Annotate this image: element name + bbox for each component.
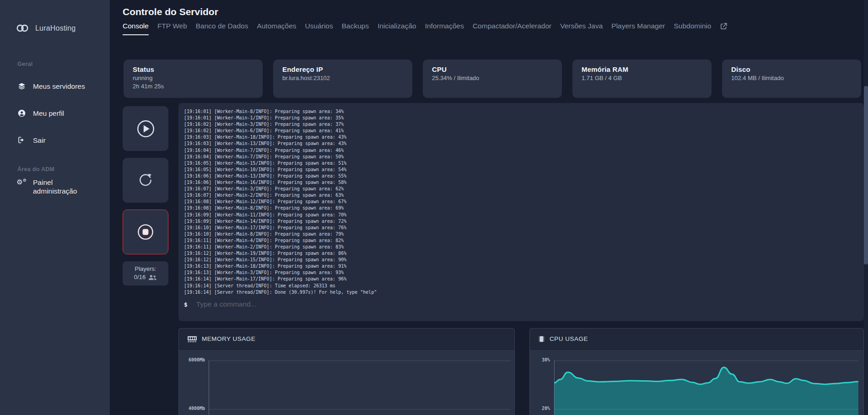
sidebar-nav: GeralMeus servidoresMeu perfilSairÁrea d… bbox=[17, 61, 100, 195]
tab-bar: ConsoleFTP WebBanco de DadosAutomaçõesUs… bbox=[123, 22, 728, 35]
stop-button[interactable] bbox=[123, 210, 168, 254]
sidebar-item-label: Meus servidores bbox=[33, 82, 85, 91]
cpu-usage-panel: CPU USAGE 30% 20% bbox=[529, 328, 864, 415]
start-button[interactable] bbox=[123, 106, 168, 151]
sidebar-item-label: Sair bbox=[33, 136, 46, 145]
memory-tick-6000: 6000Mb bbox=[184, 357, 205, 362]
tab-automacoes[interactable]: Automações bbox=[257, 22, 296, 34]
stat-card-disco: Disco102.4 MB / Ilimitado bbox=[722, 59, 861, 98]
cpu-tick-20: 20% bbox=[529, 406, 550, 411]
memory-y-axis bbox=[209, 361, 209, 415]
cpu-area-chart bbox=[554, 349, 858, 415]
sidebar-section-label: Área do ADM bbox=[17, 166, 100, 172]
stat-card-title: Endereço IP bbox=[282, 65, 403, 73]
stat-card-value: 102.4 MB / Ilimitado bbox=[731, 75, 852, 81]
user-icon bbox=[17, 109, 26, 117]
restart-button[interactable] bbox=[123, 158, 168, 203]
tab-backups[interactable]: Backups bbox=[342, 22, 369, 34]
players-badge: Players:0/16 bbox=[123, 261, 168, 286]
stat-card-value: 2h 41m 25s bbox=[133, 83, 253, 90]
stat-card-title: Disco bbox=[731, 65, 852, 73]
page-title: Controle do Servidor bbox=[123, 6, 218, 17]
tab-console[interactable]: Console bbox=[123, 22, 149, 35]
stat-card-status: Statusrunning2h 41m 25s bbox=[124, 59, 263, 98]
tab-compactador-acelerador[interactable]: Compactador/Acelerador bbox=[473, 22, 551, 34]
command-row: $ bbox=[184, 300, 825, 309]
sidebar-item-meu-perfil[interactable]: Meu perfil bbox=[17, 109, 100, 118]
infinity-logo-icon bbox=[16, 24, 29, 32]
stat-card-value: 25.34% / Ilimitado bbox=[432, 75, 553, 81]
sidebar-item-label: Painel administração bbox=[33, 178, 92, 195]
stat-card-memoria-ram: Memória RAM1.71 GB / 4 GB bbox=[572, 59, 712, 98]
stat-card-value: running bbox=[133, 75, 253, 81]
scrollbar-thumb[interactable] bbox=[864, 86, 868, 264]
sidebar-item-painel-administracao[interactable]: ⚙⚙Painel administração bbox=[17, 178, 100, 195]
tab-players-manager[interactable]: Players Manager bbox=[611, 22, 665, 34]
server-controls: Players:0/16 bbox=[123, 106, 168, 286]
tab-ftp-web[interactable]: FTP Web bbox=[157, 22, 187, 34]
cpu-gridline-bottom bbox=[554, 409, 858, 410]
tab-versoes-java[interactable]: Versões Java bbox=[560, 22, 603, 34]
tab-banco-de-dados[interactable]: Banco de Dados bbox=[196, 22, 248, 34]
stop-icon bbox=[136, 223, 155, 241]
console-log[interactable]: [19:16:01] [Worker-Main-8/INFO]: Prepari… bbox=[184, 108, 377, 296]
sidebar-section-label: Geral bbox=[17, 61, 100, 67]
tab-usuarios[interactable]: Usuários bbox=[305, 22, 333, 34]
gears-icon: ⚙⚙ bbox=[17, 178, 26, 185]
players-icon bbox=[148, 275, 157, 280]
console-panel: [19:16:01] [Worker-Main-8/INFO]: Prepari… bbox=[178, 103, 864, 321]
players-label: Players: bbox=[123, 265, 168, 273]
logout-icon bbox=[17, 136, 26, 144]
stat-card-cpu: CPU25.34% / Ilimitado bbox=[423, 59, 562, 98]
sidebar-item-sair[interactable]: Sair bbox=[17, 136, 100, 145]
cpu-usage-title: CPU USAGE bbox=[550, 335, 588, 342]
layers-icon bbox=[17, 82, 26, 90]
sidebar: LuraHosting GeralMeus servidoresMeu perf… bbox=[0, 0, 110, 415]
brand[interactable]: LuraHosting bbox=[16, 24, 75, 32]
restart-icon bbox=[137, 172, 154, 189]
cpu-y-axis bbox=[554, 361, 555, 415]
play-icon bbox=[136, 119, 155, 138]
tab-subdominio[interactable]: Subdominio bbox=[674, 22, 711, 34]
sidebar-item-meus-servidores[interactable]: Meus servidores bbox=[17, 82, 100, 91]
cpu-gridline-top bbox=[554, 361, 858, 361]
ram-icon bbox=[188, 336, 197, 342]
command-input[interactable] bbox=[195, 300, 472, 309]
cpu-icon bbox=[539, 335, 545, 343]
memory-usage-title: MEMORY USAGE bbox=[202, 335, 255, 342]
prompt-symbol: $ bbox=[184, 301, 188, 308]
sidebar-item-label: Meu perfil bbox=[33, 109, 64, 118]
memory-usage-panel: MEMORY USAGE 6000Mb 4000Mb bbox=[178, 328, 515, 415]
external-link-icon[interactable] bbox=[720, 22, 728, 30]
memory-gridline-top bbox=[209, 361, 511, 361]
tab-inicializacao[interactable]: Inicialização bbox=[377, 22, 416, 34]
memory-usage-header: MEMORY USAGE bbox=[179, 329, 514, 350]
players-count: 0/16 bbox=[123, 273, 168, 281]
stat-card-title: CPU bbox=[432, 65, 553, 73]
tab-informacoes[interactable]: Informações bbox=[425, 22, 464, 34]
stat-card-endereco-ip: Endereço IPbr.lura.host:23102 bbox=[273, 59, 412, 98]
stat-card-value: 1.71 GB / 4 GB bbox=[582, 75, 702, 81]
memory-tick-4000: 4000Mb bbox=[184, 406, 205, 411]
stat-card-value: br.lura.host:23102 bbox=[282, 75, 403, 81]
memory-gridline-bottom bbox=[209, 409, 511, 410]
stat-card-title: Memória RAM bbox=[582, 65, 702, 73]
cpu-tick-30: 30% bbox=[529, 357, 550, 362]
cpu-usage-header: CPU USAGE bbox=[530, 329, 863, 350]
brand-name: LuraHosting bbox=[35, 24, 75, 32]
stat-card-title: Status bbox=[133, 65, 253, 73]
